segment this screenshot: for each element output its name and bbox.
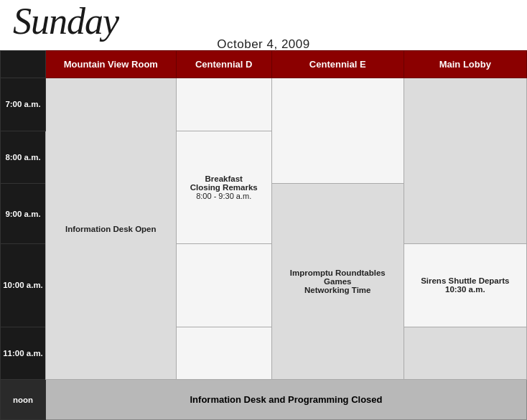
- time-8am: 8:00 a.m.: [1, 131, 46, 184]
- table-row: 7:00 a.m. Information Desk Open: [1, 78, 527, 131]
- cell-lobby-sirens: Sirens Shuttle Departs10:30 a.m.: [404, 244, 526, 327]
- date-label: October 4, 2009: [0, 37, 527, 52]
- info-desk-label: Information Desk Open: [65, 225, 157, 233]
- cell-lobby-11am: [404, 327, 526, 380]
- cell-cente-roundtables: Impromptu RoundtablesGamesNetworking Tim…: [271, 184, 404, 380]
- time-noon: noon: [1, 380, 46, 420]
- schedule-grid: Mountain View Room Centennial D Centenni…: [0, 50, 527, 420]
- col-header-time: [1, 51, 46, 78]
- cell-info-desk: Information Desk Open: [46, 78, 177, 380]
- cell-centd-11am: [176, 327, 271, 380]
- time-9am: 9:00 a.m.: [1, 184, 46, 244]
- table-row: noon Information Desk and Programming Cl…: [1, 380, 527, 420]
- day-label: Sunday: [13, 3, 118, 40]
- cell-centd-10am: [176, 244, 271, 327]
- cell-centd-7am: [176, 78, 271, 131]
- cell-cente-7am-8am: [271, 78, 404, 184]
- col-header-centennial-e: Centennial E: [271, 51, 404, 78]
- breakfast-label: BreakfastClosing Remarks 8:00 - 9:30 a.m…: [179, 174, 269, 200]
- col-header-mountain-view: Mountain View Room: [46, 51, 177, 78]
- roundtables-label: Impromptu RoundtablesGamesNetworking Tim…: [275, 269, 401, 294]
- time-11am: 11:00 a.m.: [1, 327, 46, 380]
- header-area: Sunday October 4, 2009: [0, 0, 527, 50]
- time-10am: 10:00 a.m.: [1, 244, 46, 327]
- col-header-centennial-d: Centennial D: [176, 51, 271, 78]
- cell-centd-breakfast: BreakfastClosing Remarks 8:00 - 9:30 a.m…: [176, 131, 271, 244]
- col-header-main-lobby: Main Lobby: [404, 51, 526, 78]
- page-wrapper: Sunday October 4, 2009 Mountain View Roo…: [0, 0, 527, 420]
- time-7am: 7:00 a.m.: [1, 78, 46, 131]
- cell-lobby-7am-9am: [404, 78, 526, 244]
- schedule-table: Mountain View Room Centennial D Centenni…: [0, 50, 527, 420]
- cell-noon-closed: Information Desk and Programming Closed: [46, 380, 527, 420]
